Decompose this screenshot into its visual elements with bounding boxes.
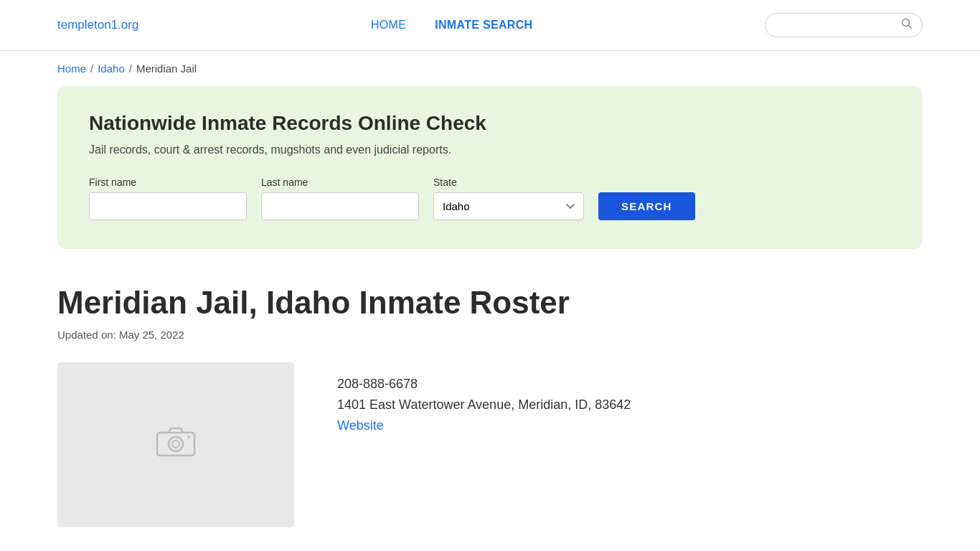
search-form: First name Last name State IdahoAlabamaA… xyxy=(89,176,891,220)
svg-line-1 xyxy=(909,26,912,29)
jail-phone: 208-888-6678 xyxy=(337,377,631,392)
updated-date: Updated on: May 25, 2022 xyxy=(57,329,923,341)
first-name-label: First name xyxy=(89,176,247,188)
last-name-input[interactable] xyxy=(261,192,419,220)
page-title: Meridian Jail, Idaho Inmate Roster xyxy=(57,285,923,321)
svg-point-4 xyxy=(172,441,179,448)
breadcrumb-home[interactable]: Home xyxy=(57,62,86,75)
last-name-label: Last name xyxy=(261,176,419,188)
breadcrumb-current: Meridian Jail xyxy=(136,62,197,75)
breadcrumb-sep-2: / xyxy=(129,62,132,75)
jail-details: 208-888-6678 1401 East Watertower Avenue… xyxy=(337,362,631,433)
camera-icon xyxy=(154,423,197,467)
site-logo[interactable]: templeton1.org xyxy=(57,18,138,32)
first-name-group: First name xyxy=(89,176,247,220)
search-icon xyxy=(901,18,913,32)
search-button[interactable]: SEARCH xyxy=(598,192,695,220)
header-search-input[interactable] xyxy=(776,19,901,31)
info-section: 208-888-6678 1401 East Watertower Avenue… xyxy=(57,362,923,527)
state-select[interactable]: IdahoAlabamaAlaskaArizonaArkansasCalifor… xyxy=(433,192,584,220)
svg-point-3 xyxy=(169,437,183,451)
state-label: State xyxy=(433,176,584,188)
last-name-group: Last name xyxy=(261,176,419,220)
main-content: Meridian Jail, Idaho Inmate Roster Updat… xyxy=(0,270,980,551)
svg-point-5 xyxy=(187,435,190,438)
breadcrumb: Home / Idaho / Meridian Jail xyxy=(0,51,980,86)
header-search-box xyxy=(765,13,923,37)
breadcrumb-idaho[interactable]: Idaho xyxy=(98,62,125,75)
first-name-input[interactable] xyxy=(89,192,247,220)
breadcrumb-sep-1: / xyxy=(90,62,93,75)
nav-home[interactable]: HOME xyxy=(371,19,406,32)
search-panel-title: Nationwide Inmate Records Online Check xyxy=(89,112,891,135)
jail-address: 1401 East Watertower Avenue, Meridian, I… xyxy=(337,397,631,413)
jail-website-link[interactable]: Website xyxy=(337,418,631,433)
main-nav: HOME INMATE SEARCH xyxy=(371,19,533,32)
search-panel-description: Jail records, court & arrest records, mu… xyxy=(89,143,891,156)
jail-photo xyxy=(57,362,294,527)
nav-inmate-search[interactable]: INMATE SEARCH xyxy=(435,19,532,32)
search-panel: Nationwide Inmate Records Online Check J… xyxy=(57,86,923,249)
state-group: State IdahoAlabamaAlaskaArizonaArkansasC… xyxy=(433,176,584,220)
header: templeton1.org HOME INMATE SEARCH xyxy=(0,0,980,51)
